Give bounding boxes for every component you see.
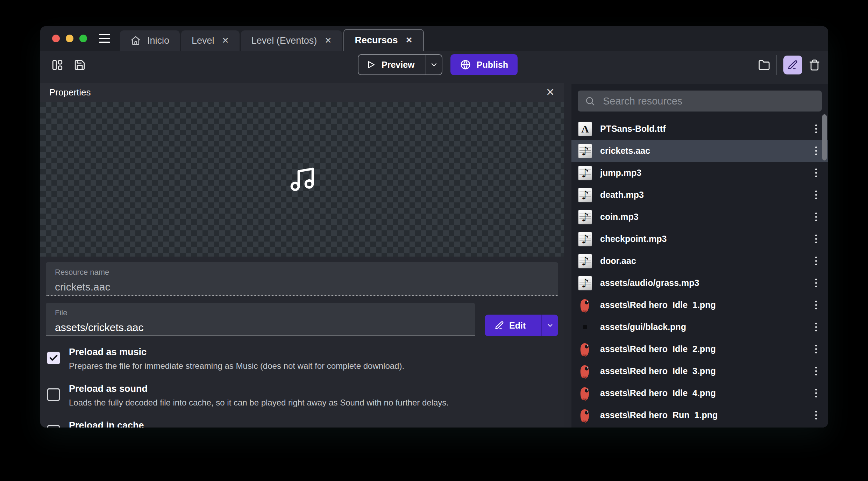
resource-row[interactable]: assets/gui/black.png bbox=[571, 316, 828, 338]
option-description: Prepares the file for immediate streamin… bbox=[69, 361, 404, 371]
kebab-menu-icon[interactable] bbox=[813, 387, 819, 400]
resource-name: assets\Red hero_Run_1.png bbox=[600, 410, 813, 420]
preview-button[interactable]: Preview bbox=[358, 54, 442, 75]
kebab-menu-icon[interactable] bbox=[813, 166, 819, 179]
scrollbar-thumb[interactable] bbox=[822, 114, 827, 160]
kebab-menu-icon[interactable] bbox=[813, 122, 819, 135]
resource-thumbnail: ♪ bbox=[578, 232, 592, 246]
tab[interactable]: Inicio bbox=[120, 30, 180, 51]
search-input[interactable] bbox=[603, 95, 815, 107]
option-label: Preload in cache bbox=[69, 420, 391, 428]
audio-file-icon: ♪ bbox=[578, 254, 592, 268]
kebab-menu-icon[interactable] bbox=[813, 144, 819, 157]
kebab-menu-icon[interactable] bbox=[813, 232, 819, 245]
chevron-down-icon[interactable] bbox=[430, 60, 438, 69]
folder-icon[interactable] bbox=[758, 59, 770, 71]
tab-label: Level bbox=[192, 35, 214, 46]
close-icon[interactable]: ✕ bbox=[546, 87, 555, 98]
kebab-menu-icon[interactable] bbox=[813, 277, 819, 289]
kebab-menu-icon[interactable] bbox=[813, 254, 819, 267]
tab[interactable]: Recursos ✕ bbox=[343, 29, 424, 51]
app-window: Inicio Level ✕ Level (Eventos) ✕ Recurso… bbox=[40, 26, 828, 428]
resource-name: checkpoint.mp3 bbox=[600, 234, 813, 244]
resource-preview bbox=[40, 102, 564, 257]
resource-name-field[interactable]: Resource name crickets.aac bbox=[46, 262, 558, 296]
option-label: Preload as sound bbox=[69, 383, 449, 394]
tab-bar: Inicio Level ✕ Level (Eventos) ✕ Recurso… bbox=[40, 26, 828, 51]
trash-icon[interactable] bbox=[809, 59, 820, 71]
audio-file-icon: ♪ bbox=[578, 166, 592, 180]
publish-button[interactable]: Publish bbox=[450, 54, 518, 75]
tab-label: Level (Eventos) bbox=[251, 35, 317, 46]
toolbar: Preview Publish bbox=[40, 51, 828, 79]
resource-row[interactable]: A PTSans-Bold.ttf bbox=[571, 118, 828, 140]
resource-row[interactable]: assets\Red hero_Idle_2.png bbox=[571, 338, 828, 360]
zoom-window-button[interactable] bbox=[79, 35, 87, 42]
kebab-menu-icon[interactable] bbox=[813, 343, 819, 356]
preload-option-row: Preload as music Prepares the file for i… bbox=[47, 347, 557, 371]
save-icon[interactable] bbox=[74, 59, 86, 71]
black-image-thumbnail bbox=[583, 325, 587, 329]
edit-button[interactable]: Edit bbox=[485, 315, 558, 336]
resource-row[interactable]: ♪ door.aac bbox=[571, 250, 828, 272]
resource-thumbnail: A bbox=[578, 122, 592, 136]
resource-row[interactable]: ♪ crickets.aac bbox=[571, 140, 828, 162]
resource-name: coin.mp3 bbox=[600, 212, 813, 222]
resource-thumbnail bbox=[578, 298, 592, 313]
layout-panels-icon[interactable] bbox=[51, 59, 63, 71]
tab[interactable]: Level ✕ bbox=[181, 30, 240, 51]
resource-name-value: crickets.aac bbox=[55, 281, 549, 293]
resource-row[interactable]: assets\Red hero_Run_1.png bbox=[571, 404, 828, 426]
tab-close-icon[interactable]: ✕ bbox=[404, 35, 412, 45]
resource-name: assets\Red hero_Idle_2.png bbox=[600, 344, 813, 354]
checkbox[interactable] bbox=[47, 388, 60, 401]
kebab-menu-icon[interactable] bbox=[813, 299, 819, 311]
file-field[interactable]: File assets/crickets.aac bbox=[46, 303, 475, 336]
close-window-button[interactable] bbox=[52, 35, 60, 42]
properties-title: Properties bbox=[49, 87, 91, 98]
resource-thumbnail bbox=[578, 408, 592, 423]
globe-icon bbox=[460, 59, 471, 70]
resource-row[interactable]: assets\Red hero_Idle_4.png bbox=[571, 382, 828, 404]
resource-list: A PTSans-Bold.ttf ♪ cric bbox=[571, 118, 828, 426]
resource-thumbnail bbox=[578, 386, 592, 401]
resource-name: assets\Red hero_Idle_3.png bbox=[600, 366, 813, 376]
checkbox[interactable] bbox=[47, 425, 60, 428]
kebab-menu-icon[interactable] bbox=[813, 188, 819, 201]
tab-close-icon[interactable]: ✕ bbox=[221, 36, 229, 45]
resource-name: assets/audio/grass.mp3 bbox=[600, 278, 813, 288]
resource-row[interactable]: ♪ death.mp3 bbox=[571, 184, 828, 206]
resource-row[interactable]: ♪ jump.mp3 bbox=[571, 162, 828, 184]
sprite-thumbnail bbox=[578, 408, 592, 423]
resource-name: door.aac bbox=[600, 256, 813, 266]
resource-thumbnail: ♪ bbox=[578, 254, 592, 268]
kebab-menu-icon[interactable] bbox=[813, 210, 819, 223]
resource-row[interactable]: ♪ assets/audio/grass.mp3 bbox=[571, 272, 828, 294]
tab-close-icon[interactable]: ✕ bbox=[323, 36, 332, 45]
resource-thumbnail bbox=[578, 364, 592, 379]
sprite-thumbnail bbox=[578, 386, 592, 401]
checkbox[interactable] bbox=[47, 352, 60, 364]
edit-mode-button[interactable] bbox=[783, 56, 802, 74]
resource-thumbnail: ♪ bbox=[578, 276, 592, 290]
kebab-menu-icon[interactable] bbox=[813, 409, 819, 422]
resource-row[interactable]: assets\Red hero_Idle_3.png bbox=[571, 360, 828, 382]
resource-row[interactable]: ♪ coin.mp3 bbox=[571, 206, 828, 228]
music-note-icon bbox=[288, 165, 316, 193]
kebab-menu-icon[interactable] bbox=[813, 321, 819, 333]
checkmark-icon bbox=[49, 353, 58, 363]
home-icon bbox=[130, 35, 141, 46]
kebab-menu-icon[interactable] bbox=[813, 365, 819, 378]
audio-file-icon: ♪ bbox=[578, 144, 592, 158]
pencil-icon bbox=[495, 321, 504, 330]
preload-options: Preload as music Prepares the file for i… bbox=[47, 347, 557, 428]
resource-row[interactable]: ♪ checkpoint.mp3 bbox=[571, 228, 828, 250]
file-value: assets/crickets.aac bbox=[55, 322, 466, 333]
tab[interactable]: Level (Eventos) ✕ bbox=[241, 30, 342, 51]
tabs: Inicio Level ✕ Level (Eventos) ✕ Recurso… bbox=[120, 26, 425, 51]
search-box bbox=[578, 91, 822, 112]
menu-hamburger-icon[interactable] bbox=[99, 34, 110, 43]
chevron-down-icon[interactable] bbox=[546, 322, 554, 329]
minimize-window-button[interactable] bbox=[66, 35, 73, 42]
resource-row[interactable]: assets\Red hero_Idle_1.png bbox=[571, 294, 828, 316]
